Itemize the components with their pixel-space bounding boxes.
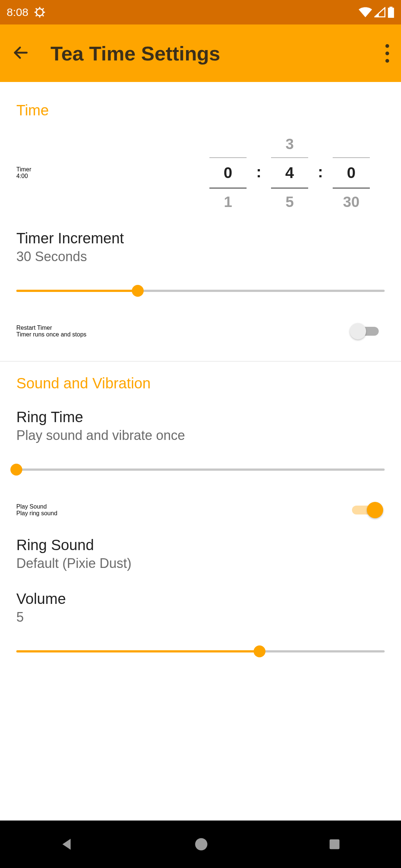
play-sound-switch[interactable]: [350, 502, 381, 518]
ring-sound-row[interactable]: Ring Sound Default (Pixie Dust): [0, 529, 401, 579]
triangle-left-icon: [59, 836, 75, 852]
volume-row: Volume 5: [0, 579, 401, 633]
svg-point-0: [36, 9, 43, 16]
picker-minutes[interactable]: 3 4 5: [271, 131, 308, 215]
settings-sync-icon: [33, 6, 46, 19]
time-picker[interactable]: 0 1 : 3 4 5 : 0 30: [180, 131, 385, 215]
status-right: [359, 7, 394, 18]
system-nav-bar: [0, 821, 401, 868]
picker-minutes-next: 5: [286, 191, 294, 212]
picker-minutes-prev: 3: [286, 134, 294, 154]
timer-row: Timer 4:00 0 1 : 3 4 5 : 0 30: [0, 128, 401, 222]
restart-timer-row[interactable]: Restart Timer Timer runs once and stops: [0, 313, 401, 350]
switch-knob-icon: [367, 502, 383, 518]
app-bar: Tea Time Settings: [0, 24, 401, 82]
volume-slider-wrap: [0, 633, 401, 673]
svg-rect-2: [330, 839, 340, 849]
picker-minutes-sel: 4: [271, 157, 308, 188]
ring-time-label: Ring Time: [16, 409, 385, 425]
cell-signal-icon: [374, 7, 385, 17]
battery-icon: [388, 7, 394, 18]
picker-sep-2: :: [318, 163, 323, 183]
timer-increment-row: Timer Increment 30 Seconds: [0, 222, 401, 273]
status-left: 8:08: [7, 6, 46, 19]
square-icon: [327, 837, 342, 852]
status-bar: 8:08: [0, 0, 401, 24]
svg-point-1: [195, 838, 207, 851]
ring-sound-label: Ring Sound: [16, 537, 385, 553]
timer-increment-slider-wrap: [0, 273, 401, 313]
section-header-time: Time: [0, 95, 401, 128]
ring-time-slider-wrap: [0, 451, 401, 491]
volume-label: Volume: [16, 591, 385, 607]
timer-increment-label: Timer Increment: [16, 230, 385, 247]
circle-icon: [193, 836, 209, 852]
ring-time-row: Ring Time Play sound and vibrate once: [0, 401, 401, 451]
volume-slider[interactable]: [16, 644, 385, 658]
nav-home-button[interactable]: [193, 836, 209, 852]
nav-back-button[interactable]: [59, 836, 75, 852]
section-header-sound: Sound and Vibration: [0, 362, 401, 401]
picker-seconds-sel: 0: [333, 157, 370, 188]
play-sound-label: Play Sound: [16, 503, 350, 510]
overflow-menu-button[interactable]: [385, 40, 389, 66]
back-button[interactable]: [12, 44, 30, 63]
page-title: Tea Time Settings: [50, 42, 385, 65]
picker-hours[interactable]: 0 1: [209, 131, 247, 215]
play-sound-row[interactable]: Play Sound Play ring sound: [0, 491, 401, 529]
wifi-icon: [359, 7, 372, 17]
ring-time-sub: Play sound and vibrate once: [16, 428, 385, 443]
picker-hours-next: 1: [224, 191, 232, 212]
nav-recent-button[interactable]: [327, 837, 342, 852]
timer-increment-value: 30 Seconds: [16, 249, 385, 264]
play-sound-sub: Play ring sound: [16, 510, 350, 517]
settings-content: Time Timer 4:00 0 1 : 3 4 5 : 0 30: [0, 82, 401, 821]
timer-label: Timer: [16, 166, 180, 173]
picker-seconds[interactable]: 0 30: [333, 131, 370, 215]
status-time: 8:08: [7, 6, 28, 19]
restart-timer-label: Restart Timer: [16, 325, 350, 331]
restart-timer-switch[interactable]: [350, 323, 381, 339]
picker-seconds-next: 30: [343, 191, 360, 212]
timer-labels: Timer 4:00: [16, 166, 180, 180]
ring-time-slider[interactable]: [16, 463, 385, 477]
ring-sound-value: Default (Pixie Dust): [16, 556, 385, 571]
slider-thumb-icon: [10, 464, 22, 476]
switch-knob-icon: [350, 323, 366, 339]
slider-thumb-icon: [132, 285, 144, 297]
picker-sep-1: :: [256, 163, 261, 183]
timer-increment-slider[interactable]: [16, 284, 385, 298]
slider-thumb-icon: [254, 645, 265, 657]
timer-value: 4:00: [16, 173, 180, 180]
arrow-left-icon: [12, 44, 30, 62]
more-vert-icon: [385, 44, 389, 48]
volume-value: 5: [16, 609, 385, 625]
restart-timer-sub: Timer runs once and stops: [16, 331, 350, 338]
picker-hours-sel: 0: [209, 157, 247, 188]
